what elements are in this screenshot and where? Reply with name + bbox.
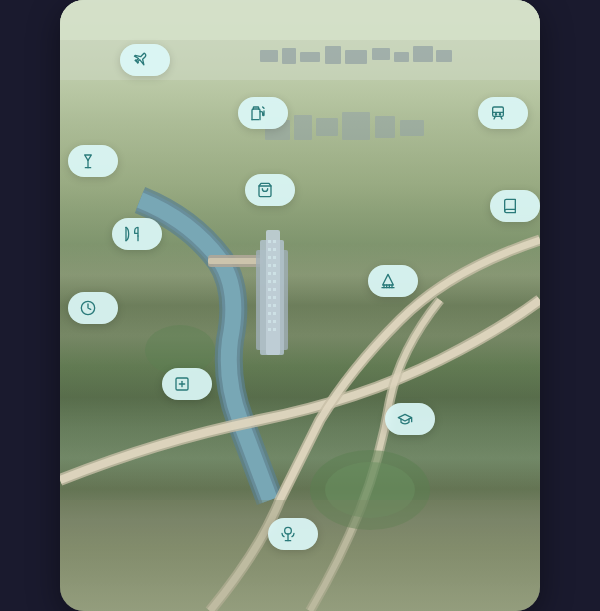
- svg-rect-35: [268, 288, 271, 291]
- svg-rect-19: [400, 120, 424, 136]
- label-car-fueling[interactable]: [238, 97, 288, 129]
- svg-rect-45: [268, 328, 271, 331]
- svg-rect-15: [294, 115, 312, 140]
- svg-rect-10: [372, 48, 390, 60]
- svg-rect-30: [273, 264, 276, 267]
- label-shops[interactable]: [245, 174, 295, 206]
- label-park[interactable]: [268, 518, 318, 550]
- label-arts[interactable]: [368, 265, 418, 297]
- svg-rect-7: [300, 52, 320, 62]
- park-icon: [278, 524, 298, 544]
- svg-rect-42: [273, 312, 276, 315]
- svg-rect-9: [345, 50, 367, 64]
- svg-rect-31: [268, 272, 271, 275]
- svg-rect-8: [325, 46, 341, 64]
- label-airport[interactable]: [120, 44, 170, 76]
- svg-rect-39: [268, 304, 271, 307]
- library-icon: [500, 196, 520, 216]
- restaurants-icon: [122, 224, 142, 244]
- svg-rect-28: [273, 256, 276, 259]
- label-hospital[interactable]: [162, 368, 212, 400]
- svg-rect-38: [273, 296, 276, 299]
- sports-icon: [78, 298, 98, 318]
- svg-marker-63: [383, 274, 394, 285]
- svg-rect-4: [208, 258, 263, 264]
- hospital-icon: [172, 374, 192, 394]
- svg-rect-29: [268, 264, 271, 267]
- airport-icon: [130, 50, 150, 70]
- map-container: [60, 0, 540, 611]
- label-nightlife[interactable]: [68, 145, 118, 177]
- svg-rect-11: [394, 52, 409, 62]
- svg-rect-50: [60, 500, 540, 611]
- label-library[interactable]: [490, 190, 540, 222]
- car-fueling-icon: [248, 103, 268, 123]
- svg-rect-37: [268, 296, 271, 299]
- svg-rect-12: [413, 46, 433, 62]
- svg-rect-40: [273, 304, 276, 307]
- svg-rect-41: [268, 312, 271, 315]
- svg-point-54: [499, 114, 500, 115]
- svg-rect-25: [268, 248, 271, 251]
- svg-rect-24: [273, 240, 276, 243]
- svg-rect-2: [60, 0, 540, 40]
- svg-rect-23: [268, 240, 271, 243]
- svg-rect-27: [268, 256, 271, 259]
- label-school[interactable]: [385, 403, 435, 435]
- label-restaurants[interactable]: [112, 218, 162, 250]
- rapid-transit-icon: [488, 103, 508, 123]
- svg-rect-46: [273, 328, 276, 331]
- svg-rect-26: [273, 248, 276, 251]
- label-sports[interactable]: [68, 292, 118, 324]
- nightlife-icon: [78, 151, 98, 171]
- svg-rect-16: [316, 118, 338, 136]
- shops-icon: [255, 180, 275, 200]
- svg-rect-13: [436, 50, 452, 62]
- svg-point-53: [495, 114, 496, 115]
- svg-rect-6: [282, 48, 296, 64]
- svg-rect-33: [268, 280, 271, 283]
- svg-rect-18: [375, 116, 395, 138]
- svg-rect-32: [273, 272, 276, 275]
- school-icon: [395, 409, 415, 429]
- svg-rect-44: [273, 320, 276, 323]
- label-rapid-transit[interactable]: [478, 97, 528, 129]
- svg-rect-36: [273, 288, 276, 291]
- svg-rect-34: [273, 280, 276, 283]
- arts-icon: [378, 271, 398, 291]
- svg-rect-5: [260, 50, 278, 62]
- svg-point-68: [285, 527, 292, 534]
- svg-rect-43: [268, 320, 271, 323]
- svg-rect-17: [342, 112, 370, 140]
